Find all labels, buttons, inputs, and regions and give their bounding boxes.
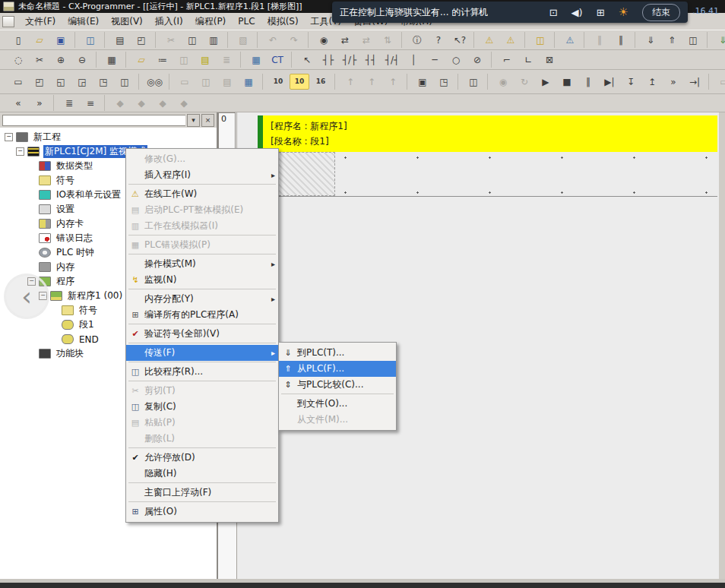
rung-comment-banner[interactable]: [程序名 : 新程序1] [段名称 : 段1] (258, 115, 717, 152)
menu-item-from-file[interactable]: 从文件(M)... (279, 412, 396, 428)
grid-toggle-button[interactable]: ▦ (102, 52, 122, 68)
step-run-button[interactable]: ▶| (600, 74, 619, 90)
window-cascade-button[interactable]: ▭ (8, 74, 28, 90)
pause-button[interactable]: ‖ (611, 32, 631, 48)
new-file-button[interactable]: ▯ (8, 32, 28, 48)
closed-contact-button[interactable]: ┤/├ (340, 52, 359, 68)
remote-end-button[interactable]: 结束 (642, 4, 680, 21)
pause-monitoring-button[interactable]: ‖ (590, 32, 609, 48)
bookmark-4-button[interactable]: ◆ (174, 95, 194, 111)
menu-item-transfer[interactable]: 传送(F)▸ (126, 345, 278, 361)
cross-reference-button[interactable]: ◫ (174, 52, 194, 68)
print-preview-button[interactable]: ◰ (131, 32, 151, 48)
monitor-hex-button[interactable]: 16 (311, 74, 331, 90)
window-tile-2-button[interactable]: ◱ (51, 74, 71, 90)
menu-e[interactable]: 编辑(E) (62, 14, 105, 28)
sim-transfer-to-button[interactable]: ▣ (413, 74, 432, 90)
mnemonic-view-button[interactable]: ≣ (217, 52, 236, 68)
change-all-button[interactable]: ⇄ (356, 32, 376, 48)
menu-item-verify-symbols-all[interactable]: ✔验证符号(全部)(V) (126, 326, 278, 342)
horizontal-line-button[interactable]: ─ (425, 52, 445, 68)
menu-item-work-online[interactable]: ⚠在线工作(W) (126, 186, 278, 202)
ct-view-button[interactable]: CT (268, 52, 287, 68)
monitor-signed-decimal-button[interactable]: 10 (290, 74, 309, 90)
cross-ref-report-button[interactable]: ▤ (217, 74, 237, 90)
download-to-plc-button[interactable]: ⇓ (641, 32, 660, 48)
open-file-button[interactable]: ▱ (30, 32, 49, 48)
vertical-line-button[interactable]: │ (404, 52, 423, 68)
ladder-view-button[interactable]: ▤ (195, 52, 215, 68)
menu-item-insert-program[interactable]: 插入程序(I)▸ (126, 167, 278, 183)
symbols-table-button[interactable]: ▱ (131, 52, 151, 68)
window-tools-icon[interactable]: ⊞ (597, 8, 605, 17)
menu-item-work-online-simulator[interactable]: ▥工作在线模拟器(I) (126, 218, 278, 234)
monitor-decimal-button[interactable]: 10 (268, 74, 288, 90)
menu-item-from-plc[interactable]: ⇑从PLC(F)... (279, 361, 396, 377)
menu-plc[interactable]: PLC (232, 14, 261, 28)
expand-collapse-box[interactable]: − (5, 133, 13, 141)
closed-coil-button[interactable]: ⊘ (467, 52, 487, 68)
program-mode-button[interactable]: ◫ (530, 32, 550, 48)
redo-button[interactable]: ↷ (284, 32, 304, 48)
menu-s[interactable]: 模拟(S) (261, 14, 305, 28)
zoom-cut-button[interactable]: ✂ (30, 52, 49, 68)
menu-item-allow-docking[interactable]: ✔允许停放(D) (126, 450, 278, 466)
scan-to-end-button[interactable]: →| (685, 74, 704, 90)
paste-attributes-button[interactable]: ▧ (233, 32, 253, 48)
save-button[interactable]: ▣ (51, 32, 71, 48)
about-button[interactable]: ⓘ (407, 32, 427, 48)
menu-item-memory-allocation[interactable]: 内存分配(Y)▸ (126, 291, 278, 307)
menu-item-compare-with-plc[interactable]: ⇕与PLC比较(C)... (279, 377, 396, 393)
retrace-button[interactable]: ⇅ (378, 32, 397, 48)
tree-dropdown-button[interactable]: ▾ (187, 114, 200, 127)
watch-sheet-button[interactable]: ◫ (196, 74, 216, 90)
monitor-data-window-button[interactable]: ▦ (239, 74, 258, 90)
sim-transfer-from-button[interactable]: ◳ (434, 74, 454, 90)
menu-p[interactable]: 编程(P) (189, 14, 233, 28)
contact-button[interactable]: ┤├ (318, 52, 338, 68)
sim-window-1-button[interactable]: ▭ (714, 74, 725, 90)
show-annotations-button[interactable]: ≡ (81, 95, 100, 111)
window-tile-1-button[interactable]: ◰ (30, 74, 49, 90)
menu-item-plc-error-simulation[interactable]: ▦PLC错误模拟(P) (126, 237, 278, 253)
menu-f[interactable]: 文件(F) (19, 14, 62, 28)
menu-item-float-in-main-window[interactable]: 主窗口上浮动(F) (126, 485, 278, 501)
paste-button[interactable]: ▥ (204, 32, 223, 48)
output-window-button[interactable]: ▭ (175, 74, 195, 90)
compare-with-plc-button-button[interactable]: ◫ (683, 32, 703, 48)
step-in-button[interactable]: ↧ (621, 74, 641, 90)
menu-item-delete[interactable]: 删除(L) (126, 431, 278, 447)
menu-item-compare-program[interactable]: ◫比较程序(R)... (126, 364, 278, 380)
replace-button[interactable]: ⇄ (335, 32, 355, 48)
tree-filter-combo[interactable] (2, 115, 185, 126)
menu-item-properties[interactable]: ⊞属性(O) (126, 504, 278, 520)
help-button[interactable]: ? (429, 32, 448, 48)
context-help-button[interactable]: ↖? (450, 32, 470, 48)
menu-item-cut[interactable]: ✂剪切(T) (126, 383, 278, 399)
bookmark-1-button[interactable]: ◆ (110, 95, 130, 111)
work-online-button[interactable]: ⚠ (480, 32, 499, 48)
zoom-out-button[interactable]: ⊖ (72, 52, 92, 68)
print-button[interactable]: ▤ (110, 32, 130, 48)
window-project-button[interactable]: ◫ (115, 74, 135, 90)
fullscreen-icon[interactable]: ⊡ (549, 8, 558, 17)
menu-v[interactable]: 视图(V) (105, 14, 149, 28)
menu-item-operating-mode[interactable]: 操作模式(M)▸ (126, 256, 278, 272)
auto-online-button[interactable]: ⚠ (560, 32, 580, 48)
falling-edge-button[interactable]: ∟ (518, 52, 538, 68)
coil-button[interactable]: ○ (446, 52, 466, 68)
continuous-step-button[interactable]: » (663, 74, 683, 90)
menu-item-hide[interactable]: 隐藏(H) (126, 466, 278, 482)
scan-run-button[interactable]: ↻ (514, 74, 534, 90)
sim-stop-button[interactable]: ■ (557, 74, 577, 90)
sunflower-icon[interactable]: ☀ (619, 7, 628, 18)
copy-button[interactable]: ◫ (182, 32, 202, 48)
menu-item-to-plc[interactable]: ⇓到PLC(T)... (279, 345, 396, 361)
instruction-invert-button[interactable]: ⊠ (540, 52, 559, 68)
speaker-icon[interactable]: ◀) (571, 8, 583, 17)
sim-compare-button[interactable]: ◫ (464, 74, 483, 90)
sim-run-button[interactable]: ▶ (536, 74, 556, 90)
local-symbols-button[interactable]: ≔ (153, 52, 173, 68)
menu-item-start-plc-pt-simulation[interactable]: ▤启动PLC-PT整体模拟(E) (126, 202, 278, 218)
or-closed-contact-button[interactable]: ┤/┤ (382, 52, 402, 68)
